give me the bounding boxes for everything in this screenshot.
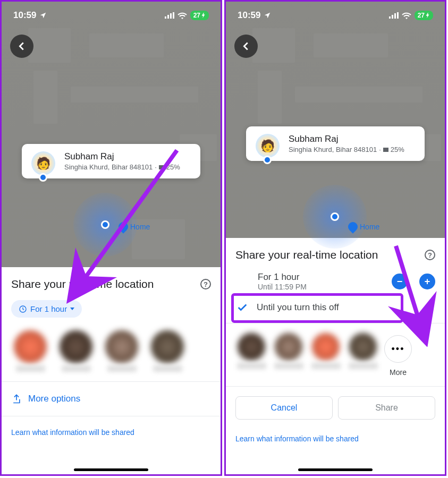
- panel-title: Share your real-time location: [235, 249, 378, 261]
- divider: [226, 323, 445, 323]
- share-button[interactable]: Share: [338, 396, 435, 420]
- more-contacts-button[interactable]: •••: [384, 335, 412, 363]
- user-info-card[interactable]: 🧑 Subham Raj Singhia Khurd, Bihar 848101…: [246, 126, 425, 161]
- svg-rect-3: [173, 12, 174, 19]
- user-avatar: 🧑: [31, 151, 55, 175]
- battery-indicator: 27: [415, 11, 433, 20]
- divider: [2, 381, 221, 382]
- contacts-row: [2, 324, 221, 378]
- contact-suggestion[interactable]: [273, 333, 305, 369]
- back-button[interactable]: [10, 35, 33, 58]
- user-avatar: 🧑: [256, 134, 280, 158]
- svg-rect-8: [394, 13, 396, 19]
- cancel-button[interactable]: Cancel: [235, 396, 333, 420]
- svg-rect-9: [397, 12, 399, 19]
- panel-title: Share your real-time location: [11, 278, 154, 291]
- back-button[interactable]: [234, 35, 258, 58]
- home-marker[interactable]: Home: [348, 222, 379, 232]
- home-indicator: [74, 468, 148, 471]
- svg-rect-2: [170, 13, 172, 19]
- location-arrow-icon: [264, 12, 271, 19]
- contact-suggestion[interactable]: [148, 330, 187, 372]
- chevron-down-icon: [70, 308, 74, 310]
- share-panel: Share your real-time location ? For 1 ho…: [226, 238, 445, 474]
- screenshot-right: 10:59 27 🧑 Subham Raj Singhia Khurd, Bih…: [224, 0, 446, 476]
- user-info-card[interactable]: 🧑 Subham Raj Singhia Khurd, Bihar 848101…: [22, 144, 200, 178]
- more-options-button[interactable]: More options: [2, 385, 221, 413]
- contact-suggestion[interactable]: [347, 333, 379, 369]
- learn-info-link[interactable]: Learn what information will be shared: [226, 426, 445, 447]
- contact-suggestion[interactable]: [11, 330, 49, 372]
- duration-chip[interactable]: For 1 hour: [11, 300, 82, 318]
- increase-duration-button[interactable]: +: [419, 274, 435, 289]
- duration-option-1hour[interactable]: For 1 hour Until 11:59 PM − +: [235, 270, 435, 295]
- share-icon: [11, 394, 22, 404]
- current-location-marker: [303, 185, 367, 249]
- help-icon[interactable]: ?: [200, 279, 211, 289]
- contact-suggestion[interactable]: [235, 333, 267, 369]
- home-marker[interactable]: Home: [119, 222, 150, 232]
- status-time: 10:59: [13, 10, 36, 21]
- help-icon[interactable]: ?: [425, 250, 435, 260]
- divider: [2, 416, 221, 416]
- more-label: More: [390, 368, 407, 377]
- user-location: Singhia Khurd, Bihar 848101 · 25%: [289, 146, 417, 153]
- location-arrow-icon: [39, 12, 47, 19]
- cellular-signal-icon: [389, 12, 399, 19]
- clock-icon: [19, 305, 27, 313]
- home-pin-icon: [116, 220, 130, 233]
- svg-rect-0: [165, 16, 166, 19]
- contacts-row: ••• More: [226, 327, 445, 383]
- decrease-duration-button[interactable]: −: [392, 274, 408, 289]
- user-location: Singhia Khurd, Bihar 848101 · 25%: [64, 163, 193, 171]
- battery-indicator: 27: [190, 11, 209, 20]
- user-name: Subham Raj: [64, 151, 193, 162]
- contact-suggestion[interactable]: [57, 330, 95, 372]
- home-pin-icon: [346, 220, 359, 233]
- status-time: 10:59: [238, 10, 260, 21]
- learn-info-link[interactable]: Learn what information will be shared: [2, 420, 221, 441]
- wifi-icon: [177, 12, 187, 19]
- check-icon: [235, 302, 249, 313]
- svg-rect-1: [167, 15, 169, 19]
- user-name: Subham Raj: [289, 134, 417, 144]
- contact-suggestion[interactable]: [310, 333, 342, 369]
- screenshot-left: 10:59 27 🧑 Subham Raj Singhia Khurd, Bih…: [0, 0, 222, 476]
- divider: [226, 386, 445, 387]
- contact-suggestion[interactable]: [103, 330, 141, 372]
- svg-rect-6: [389, 16, 391, 19]
- status-bar: 10:59 27: [2, 2, 221, 29]
- battery-bar-icon: [383, 148, 388, 152]
- home-indicator: [298, 468, 373, 471]
- chevron-left-icon: [16, 40, 28, 52]
- wifi-icon: [402, 12, 411, 19]
- status-bar: 10:59 27: [226, 2, 445, 29]
- cellular-signal-icon: [165, 12, 174, 19]
- svg-rect-7: [392, 15, 393, 19]
- duration-option-until-off[interactable]: Until you turn this off: [235, 295, 435, 320]
- battery-bar-icon: [159, 165, 164, 169]
- share-panel: Share your real-time location ? For 1 ho…: [2, 267, 221, 474]
- chevron-left-icon: [240, 40, 252, 52]
